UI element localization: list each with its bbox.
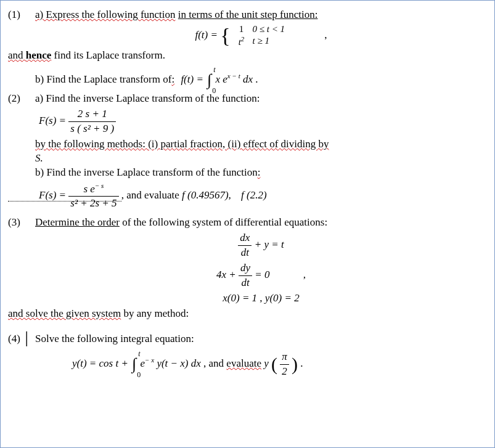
p2-b-frac: s e− s s² + 2s + 5 <box>68 181 118 211</box>
problem-number: (3) <box>8 216 35 321</box>
and-wavy: and <box>8 49 26 61</box>
p1-b-tail-dot: . <box>255 73 258 85</box>
integral-icon: ∫ t 0 <box>132 356 136 372</box>
problem-1: (1) a) Express the following function in… <box>8 8 487 88</box>
ft-eq: f(t) = <box>195 29 218 41</box>
p4-eval-wavy: evaluate <box>226 357 261 369</box>
problem-content: a) Find the inverse Laplace transform of… <box>35 92 487 212</box>
problem-content: Determine the order of the following sys… <box>35 216 487 321</box>
p2-b-eq-dash: F(s) = s e− s s² + 2s + 5 <box>8 189 121 202</box>
p3-eq2-rest: = 0 <box>255 269 269 280</box>
p4-intro: Solve the following integral equation: <box>35 332 487 346</box>
p4-frac: π 2 <box>280 350 289 379</box>
p2-b-eq: F(s) = s e− s s² + 2s + 5 , and evaluate… <box>8 181 487 211</box>
piece2-val: t2 <box>231 35 253 48</box>
problem-4: (4) │ Solve the following integral equat… <box>8 332 487 380</box>
p3-comma: , <box>303 269 306 280</box>
Fs-lhs: F(s) = <box>39 115 66 126</box>
p4-eq: y(t) = cos t + ∫ t 0 e− x y(t − x) dx , … <box>72 350 487 379</box>
p3-eq2-pre: 4x + <box>216 269 239 280</box>
problem-number: (1) <box>8 8 35 88</box>
p2-b-text: b) Find the inverse Laplace transform of… <box>35 166 258 178</box>
problem-3: (3) Determine the order of the following… <box>8 216 487 321</box>
p2-methods: by the following methods: (i) partial fr… <box>35 137 487 152</box>
brace-icon: { <box>220 27 230 44</box>
p1-a-wavy: a) Express the following function <box>35 9 176 20</box>
p2-eval-f1: f (0.49567), <box>182 189 231 201</box>
p4-period: . <box>300 357 303 369</box>
p2-methods-wavy: by the following methods: (i) partial fr… <box>35 138 329 150</box>
problem-2: (2) a) Find the inverse Laplace transfor… <box>8 92 487 212</box>
problem-content: a) Express the following function in ter… <box>35 8 487 88</box>
hence-wavy: hence <box>26 49 52 61</box>
p2-b-num: s e− s <box>68 181 118 197</box>
cursor-icon: │ <box>22 330 31 347</box>
piece1-val: 1 <box>231 23 253 35</box>
p2-eval-text: , and evaluate <box>121 189 182 201</box>
problem-number-wrap: (4) │ <box>8 332 35 380</box>
p2-a-frac: 2 s + 1 s ( s² + 9 ) <box>68 107 116 136</box>
piece1-cond: 0 ≤ t < 1 <box>253 23 285 35</box>
Fs2-lhs: F(s) = <box>39 189 66 201</box>
p2-b-tail: : <box>258 166 261 178</box>
p3-intro-und: Determine the order <box>35 216 120 228</box>
comma: , <box>324 29 327 41</box>
p3-eq1-rest: + y = t <box>255 239 284 251</box>
p4-y-of: y <box>264 357 269 369</box>
p2-eval-f2: f (2.2) <box>241 189 267 201</box>
p3-eq1-frac: dx dt <box>238 231 252 260</box>
p3-solve-wavy: and solve the given system <box>8 307 121 319</box>
p1-a-underline: in terms of the unit step function: <box>178 9 318 20</box>
p3-intro-line: Determine the order of the following sys… <box>35 216 487 230</box>
problem-content: Solve the following integral equation: y… <box>35 332 487 380</box>
p3-solve-rest: by any method: <box>121 307 189 319</box>
p2-a-eq: F(s) = 2 s + 1 s ( s² + 9 ) <box>39 107 487 136</box>
p4-int-body: e− x y(t − x) dx <box>141 357 204 369</box>
p4-eval-text: , and <box>203 357 226 369</box>
p4-big-paren: ( π 2 ) <box>271 350 298 379</box>
p3-eq2: 4x + dy dt = 0 , <box>35 261 487 290</box>
p1-b-tail: : <box>171 73 174 85</box>
problem-number: (4) <box>8 333 20 344</box>
p1-b-text: b) Find the Laplace transform of <box>35 73 171 85</box>
p3-ic: x(0) = 1 , y(0) = 2 <box>35 291 487 306</box>
p4-yt-eq: y(t) = cos t + <box>72 357 131 369</box>
p3-intro-rest: of the following system of differential … <box>120 216 327 228</box>
p1-a-line: a) Express the following function in ter… <box>35 8 487 22</box>
p1-b-line: b) Find the Laplace transform of: f(t) =… <box>35 71 487 88</box>
p1-hence-line: and hence find its Laplace transform. <box>8 49 487 63</box>
integral-icon: ∫ t 0 <box>207 72 211 88</box>
p1-a-equation: f(t) = { 1 0 ≤ t < 1 t2 t ≥ 1 , <box>35 23 487 48</box>
piece2-cond: t ≥ 1 <box>253 35 269 48</box>
p1-b-eq-lhs: f(t) = <box>181 73 203 85</box>
p2-s-line: S. <box>35 152 487 166</box>
p3-eq1: dx dt + y = t <box>35 231 487 260</box>
hence-rest: find its Laplace transform. <box>51 49 165 61</box>
p3-solve-line: and solve the given system by any method… <box>8 307 487 321</box>
piecewise: { 1 0 ≤ t < 1 t2 t ≥ 1 <box>220 23 285 48</box>
p1-b-int-body1: x ex − t <box>216 73 243 85</box>
p2-b-line: b) Find the inverse Laplace transform of… <box>35 166 487 180</box>
p1-b-int-body2: dx <box>243 73 253 85</box>
p3-eq2-frac: dy dt <box>239 261 252 290</box>
p2-a-text: a) Find the inverse Laplace transform of… <box>35 92 487 106</box>
